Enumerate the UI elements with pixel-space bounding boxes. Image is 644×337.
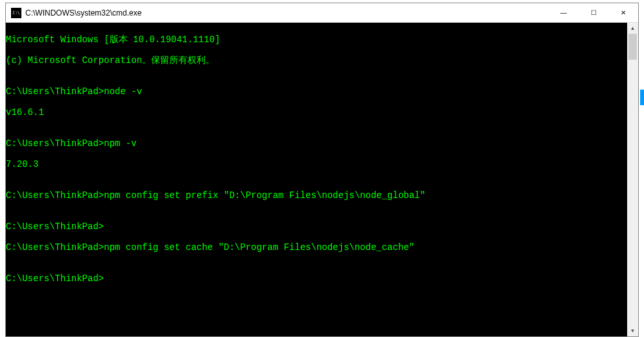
window-title: C:\WINDOWS\system32\cmd.exe (25, 8, 141, 18)
console-line: C:\Users\ThinkPad>npm -v (6, 138, 627, 149)
console-line: C:\Users\ThinkPad> (6, 221, 627, 232)
scroll-track[interactable] (627, 34, 638, 325)
console-line: (c) Microsoft Corporation。保留所有权利。 (6, 55, 627, 66)
cmd-window: C:\ C:\WINDOWS\system32\cmd.exe — ☐ ✕ Mi… (5, 3, 639, 337)
scroll-up-button[interactable]: ▲ (627, 23, 638, 34)
console-line: C:\Users\ThinkPad>npm config set cache "… (6, 242, 627, 253)
scroll-thumb[interactable] (628, 34, 637, 60)
console-output[interactable]: Microsoft Windows [版本 10.0.19041.1110] (… (6, 23, 627, 336)
cmd-icon: C:\ (11, 8, 21, 18)
console-line: Microsoft Windows [版本 10.0.19041.1110] (6, 34, 627, 45)
console-line: C:\Users\ThinkPad>npm config set prefix … (6, 190, 627, 201)
maximize-button[interactable]: ☐ (578, 3, 608, 22)
cursor (104, 275, 109, 284)
vertical-scrollbar[interactable]: ▲ ▼ (627, 23, 638, 336)
console-area: Microsoft Windows [版本 10.0.19041.1110] (… (6, 23, 638, 336)
title-bar[interactable]: C:\ C:\WINDOWS\system32\cmd.exe — ☐ ✕ (6, 3, 638, 23)
scroll-down-button[interactable]: ▼ (627, 325, 638, 336)
window-controls: — ☐ ✕ (549, 3, 638, 22)
console-line: C:\Users\ThinkPad>node -v (6, 86, 627, 97)
console-line: v16.6.1 (6, 107, 627, 118)
close-button[interactable]: ✕ (608, 3, 638, 22)
console-line: 7.20.3 (6, 159, 627, 169)
prompt-text: C:\Users\ThinkPad> (6, 273, 104, 284)
console-prompt: C:\Users\ThinkPad> (6, 273, 627, 284)
minimize-button[interactable]: — (549, 3, 578, 22)
side-marker (640, 90, 644, 105)
